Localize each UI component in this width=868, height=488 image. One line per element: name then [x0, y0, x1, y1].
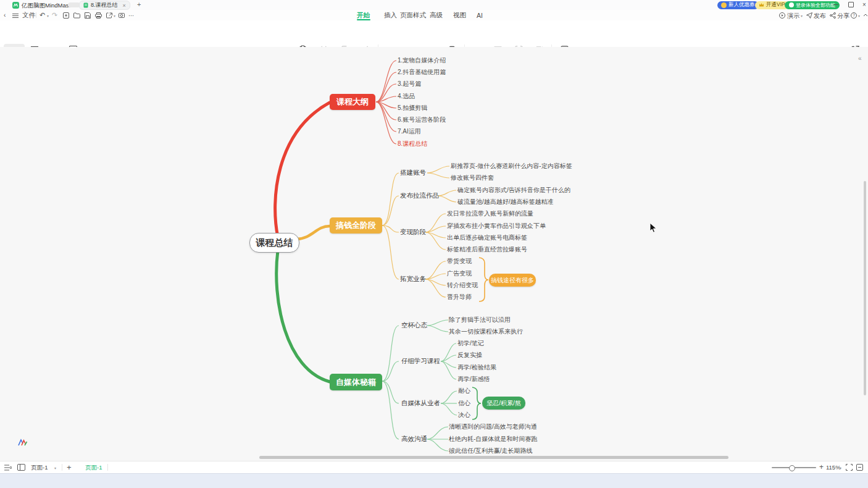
topic-leaf[interactable]: 带货变现: [447, 257, 472, 265]
collapse-panel-icon[interactable]: «: [858, 55, 862, 62]
topic-leaf[interactable]: 广告变现: [447, 269, 472, 277]
topic-leaf[interactable]: 修改账号四件套: [451, 174, 494, 182]
zoom-in-icon[interactable]: +: [819, 463, 824, 471]
topic-leaf[interactable]: 确定账号内容形式/告诉抖音你是干什么的: [457, 186, 570, 194]
topic-leaf[interactable]: 除了剪辑手法可以沿用: [449, 316, 511, 324]
document-tab[interactable]: 8.课程总结 ×: [79, 1, 130, 10]
close-tab-icon[interactable]: ×: [123, 2, 126, 9]
subtopic[interactable]: 搭建账号: [400, 169, 426, 177]
save-icon[interactable]: [85, 12, 91, 19]
undo-icon[interactable]: ↶: [40, 10, 45, 20]
minimize-button[interactable]: [831, 0, 841, 9]
subtopic[interactable]: 仔细学习课程: [401, 357, 440, 366]
share-icon[interactable]: [830, 12, 836, 19]
topic-leaf[interactable]: 彼此信任/互利共赢/走长期路线: [449, 447, 533, 455]
topic-leaf[interactable]: 反复实操: [457, 351, 482, 359]
page-tab-active[interactable]: 页面-1: [85, 464, 102, 472]
topic-leaf[interactable]: 1.宠物自媒体介绍: [398, 56, 446, 64]
tab-view[interactable]: 视图: [453, 10, 466, 20]
horizontal-scrollbar[interactable]: [259, 456, 728, 459]
topic-leaf[interactable]: 刷推荐页-做什么赛道刷什么内容-定内容标签: [451, 162, 572, 170]
page-list-icon[interactable]: [4, 465, 12, 471]
branch-course-outline[interactable]: 课程大纲: [330, 94, 375, 110]
page-panel-icon[interactable]: [17, 464, 25, 471]
topic-leaf[interactable]: 穿插发布挂小黄车作品引导观众下单: [447, 222, 546, 230]
topic-leaf[interactable]: 发日常拉流带入账号新鲜的流量: [447, 209, 533, 217]
summary-node-money[interactable]: 搞钱途径有很多: [489, 274, 536, 287]
back-icon[interactable]: ‹: [4, 10, 6, 20]
topic-leaf[interactable]: 初学/笔记: [457, 339, 484, 347]
publish-icon[interactable]: [806, 12, 812, 19]
subtopic[interactable]: 拓宽业务: [400, 275, 426, 284]
topic-leaf[interactable]: 3.起号篇: [398, 80, 421, 88]
play-icon[interactable]: [779, 12, 785, 19]
topic-leaf[interactable]: 决心: [458, 411, 470, 419]
topic-leaf[interactable]: 5.拍摄剪辑: [398, 104, 427, 112]
mindmap-canvas[interactable]: 课程总结 课程大纲 搞钱全阶段 自媒体秘籍 1.宠物自媒体介绍 2.抖音基础使用…: [0, 47, 868, 461]
tab-insert[interactable]: 插入: [384, 10, 397, 20]
topic-leaf[interactable]: 4.选品: [398, 92, 415, 100]
new-page-icon[interactable]: [63, 12, 69, 19]
topic-leaf[interactable]: 6.账号运营各阶段: [398, 116, 446, 124]
subtopic[interactable]: 自媒体从业者: [401, 399, 440, 408]
tab-ai[interactable]: AI: [477, 10, 483, 20]
zoom-level[interactable]: 115%: [826, 464, 841, 471]
page-selector-caret-icon[interactable]: ▾: [54, 466, 56, 470]
open-vip-button[interactable]: 开通VIP: [755, 1, 789, 9]
close-button[interactable]: ×: [859, 0, 868, 9]
topic-leaf[interactable]: 其余一切按课程体系来执行: [449, 327, 523, 335]
share-button[interactable]: 分享: [837, 12, 849, 20]
branch-media-secrets[interactable]: 自媒体秘籍: [330, 374, 382, 390]
subtopic[interactable]: 发布拉流作品: [400, 191, 439, 200]
fit-screen-icon[interactable]: [846, 464, 853, 471]
panel-toggle-icon[interactable]: [856, 464, 863, 471]
new-tab-icon[interactable]: +: [137, 1, 141, 8]
snapshot-icon[interactable]: [119, 12, 125, 19]
help-icon[interactable]: ?: [851, 12, 857, 19]
zoom-caret-icon[interactable]: ▾: [840, 466, 841, 470]
topic-leaf[interactable]: 耐心: [458, 387, 470, 395]
zoom-slider-knob[interactable]: [789, 465, 795, 471]
promo-coupon-button[interactable]: 新人优惠券: [717, 1, 759, 9]
help-caret-icon[interactable]: ▾: [858, 14, 860, 18]
redo-icon[interactable]: ↷: [52, 10, 57, 20]
undo-caret-icon[interactable]: ▾: [47, 14, 49, 18]
topic-leaf[interactable]: 2.抖音基础使用篇: [398, 68, 446, 76]
topic-leaf-highlighted[interactable]: 8.课程总结: [398, 140, 427, 148]
topic-leaf[interactable]: 7.AI运用: [398, 127, 421, 135]
topic-leaf[interactable]: 破流量池/越高越好/越高标签越精准: [457, 198, 554, 206]
hamburger-icon[interactable]: [12, 14, 19, 18]
subtopic[interactable]: 高效沟通: [401, 435, 427, 444]
page-selector[interactable]: 页面-1: [31, 464, 48, 472]
topic-leaf[interactable]: 杜绝内耗-自媒体就是和时间赛跑: [449, 435, 537, 443]
tab-page-style[interactable]: 页面样式: [400, 10, 426, 20]
demo-button[interactable]: 演示: [787, 12, 799, 20]
vertical-scrollbar[interactable]: [864, 181, 866, 395]
share-doc-caret-icon[interactable]: ▾: [114, 14, 115, 18]
topic-leaf[interactable]: 晋升导师: [447, 293, 472, 301]
topic-leaf[interactable]: 清晰遇到的问题/高效与老师沟通: [449, 423, 537, 431]
print-icon[interactable]: [95, 12, 102, 19]
publish-button[interactable]: 发布: [814, 12, 826, 20]
subtopic[interactable]: 变现阶段: [400, 228, 426, 237]
topic-leaf[interactable]: 转介绍变现: [447, 281, 478, 289]
workspace-badge[interactable]: [68, 2, 80, 7]
subtopic[interactable]: 空杯心态: [401, 321, 427, 330]
tab-advanced[interactable]: 高级: [430, 10, 443, 20]
demo-caret-icon[interactable]: ▾: [801, 14, 803, 18]
topic-leaf[interactable]: 出单后逐步确定账号电商标签: [447, 233, 527, 242]
topic-leaf[interactable]: 标签精准后垂直经营拉爆账号: [447, 245, 527, 253]
more-tools-icon[interactable]: ⋯: [128, 10, 134, 20]
summary-node-persist[interactable]: 坚忍/积累/熬: [482, 397, 525, 410]
topic-leaf[interactable]: 再学/新感悟: [457, 375, 490, 383]
share-doc-icon[interactable]: [106, 12, 112, 19]
add-page-icon[interactable]: +: [67, 463, 72, 472]
topic-leaf[interactable]: 信心: [458, 399, 470, 407]
root-topic[interactable]: 课程总结: [249, 233, 299, 253]
file-menu[interactable]: 文件: [22, 10, 35, 20]
open-icon[interactable]: [73, 12, 80, 19]
topic-leaf[interactable]: 再学/检验结果: [457, 363, 496, 371]
maximize-button[interactable]: [846, 0, 856, 9]
branch-money-stages[interactable]: 搞钱全阶段: [330, 217, 382, 233]
collapse-ribbon-icon[interactable]: [863, 14, 868, 17]
